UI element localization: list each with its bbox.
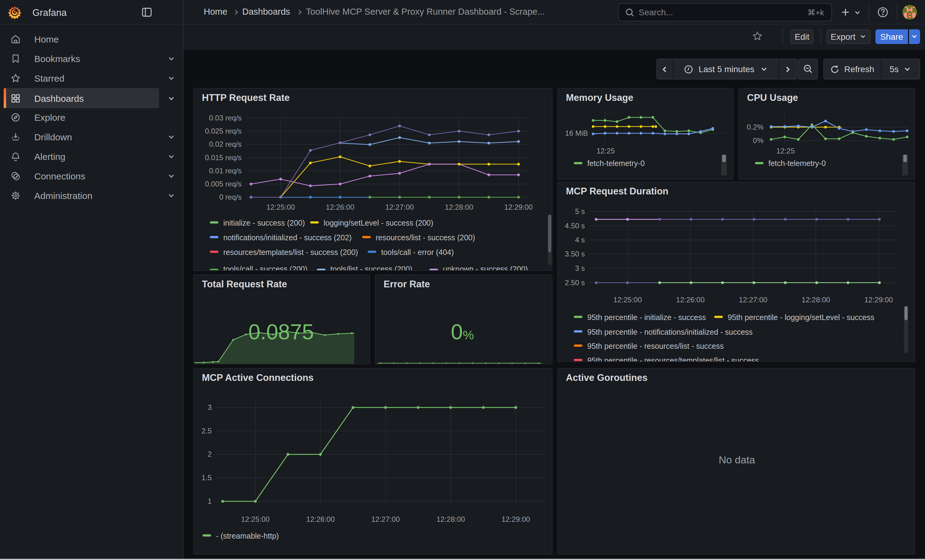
svg-text:tools/call - success (200): tools/call - success (200) — [223, 265, 307, 270]
svg-text:12:26:00: 12:26:00 — [326, 203, 354, 211]
svg-text:12:28:00: 12:28:00 — [437, 515, 465, 523]
svg-text:12:29:00: 12:29:00 — [501, 515, 530, 523]
svg-text:2.5: 2.5 — [202, 427, 212, 435]
svg-text:3 s: 3 s — [575, 264, 585, 272]
svg-text:0 req/s: 0 req/s — [219, 193, 242, 201]
svg-text:2: 2 — [208, 450, 212, 458]
svg-text:2.50 s: 2.50 s — [565, 278, 585, 287]
svg-text:12:27:00: 12:27:00 — [371, 515, 400, 523]
svg-text:4 s: 4 s — [575, 236, 585, 244]
svg-text:4.50 s: 4.50 s — [565, 222, 585, 230]
svg-text:0.01 req/s: 0.01 req/s — [209, 167, 242, 175]
svg-text:12:29:00: 12:29:00 — [504, 203, 533, 211]
svg-text:12:25:00: 12:25:00 — [267, 203, 295, 211]
svg-text:tools/list - success (200): tools/list - success (200) — [330, 265, 412, 270]
svg-text:0.015 req/s: 0.015 req/s — [205, 153, 242, 162]
svg-text:95th percentile - initialize -: 95th percentile - initialize - success — [587, 313, 706, 321]
svg-text:16 MiB: 16 MiB — [565, 129, 588, 137]
svg-text:12:27:00: 12:27:00 — [739, 296, 767, 304]
svg-text:1.5: 1.5 — [202, 473, 212, 482]
svg-text:fetch-telemetry-0: fetch-telemetry-0 — [768, 159, 826, 168]
svg-text:12:25: 12:25 — [597, 147, 615, 155]
svg-text:unknown - success (200): unknown - success (200) — [443, 265, 528, 270]
svg-text:0.02 req/s: 0.02 req/s — [209, 140, 242, 148]
svg-text:3.50 s: 3.50 s — [565, 250, 585, 258]
svg-text:12:25:00: 12:25:00 — [613, 296, 642, 304]
svg-text:95th percentile - resources/te: 95th percentile - resources/templates/li… — [587, 356, 759, 361]
svg-text:12:26:00: 12:26:00 — [676, 296, 705, 304]
svg-text:0.03 req/s: 0.03 req/s — [209, 114, 242, 122]
svg-text:resources/templates/list - suc: resources/templates/list - success (200) — [223, 248, 358, 257]
svg-text:12:28:00: 12:28:00 — [801, 296, 830, 304]
svg-text:- (streamable-http): - (streamable-http) — [216, 531, 279, 540]
svg-text:notifications/initialized - su: notifications/initialized - success (202… — [223, 233, 352, 242]
svg-text:12:27:00: 12:27:00 — [385, 203, 414, 211]
svg-text:95th percentile - resources/li: 95th percentile - resources/list - succe… — [587, 342, 724, 350]
svg-text:95th percentile - logging/setL: 95th percentile - logging/setLevel - suc… — [728, 313, 874, 321]
svg-text:5 s: 5 s — [575, 207, 585, 216]
svg-text:12:29:00: 12:29:00 — [865, 296, 893, 304]
svg-text:fetch-telemetry-0: fetch-telemetry-0 — [587, 159, 645, 168]
svg-text:logging/setLevel - success (20: logging/setLevel - success (200) — [324, 219, 434, 227]
svg-text:12:26:00: 12:26:00 — [306, 515, 334, 523]
svg-text:initialize - success (200): initialize - success (200) — [223, 219, 305, 227]
svg-text:1: 1 — [208, 497, 212, 505]
svg-text:tools/call - error (404): tools/call - error (404) — [381, 248, 454, 257]
svg-text:resources/list - success (200): resources/list - success (200) — [376, 233, 475, 242]
svg-text:0.005 req/s: 0.005 req/s — [205, 180, 242, 188]
svg-text:0.025 req/s: 0.025 req/s — [205, 127, 242, 135]
svg-text:95th percentile - notification: 95th percentile - notifications/initiali… — [587, 328, 753, 336]
svg-text:0%: 0% — [753, 136, 764, 144]
svg-text:3: 3 — [208, 403, 212, 411]
svg-text:12:25: 12:25 — [776, 147, 795, 155]
svg-text:12:28:00: 12:28:00 — [445, 203, 473, 211]
svg-text:12:25:00: 12:25:00 — [241, 515, 270, 523]
svg-text:0.2%: 0.2% — [747, 123, 764, 131]
